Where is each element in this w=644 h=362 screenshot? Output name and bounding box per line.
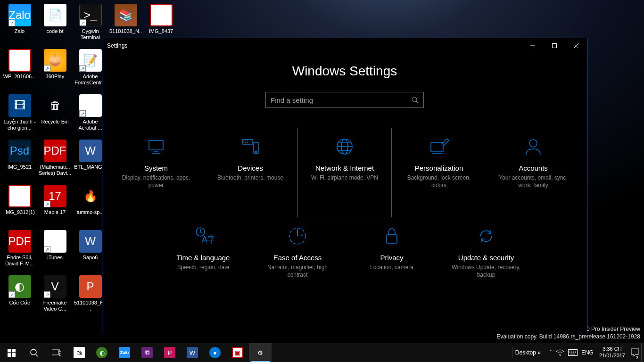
svg-rect-13 (387, 235, 397, 243)
desktop-icon[interactable]: 🧅↗360Play (37, 47, 73, 92)
category-time[interactable]: A字Time & languageSpeech, region, date (156, 217, 250, 307)
tray-clock[interactable]: 3:36 CH 21/01/2017 (595, 346, 629, 359)
shortcut-arrow-icon: ↗ (79, 65, 86, 72)
taskbar-app-word[interactable]: W (181, 343, 204, 362)
desktop-icon[interactable]: Zalo↗Zalo (2, 2, 37, 47)
svg-point-22 (560, 355, 561, 356)
category-title: Privacy (380, 254, 403, 262)
desktop-icon-label: Zalo (15, 28, 25, 34)
desktop-icon-label: Freemake Video C... (38, 300, 72, 312)
svg-rect-0 (553, 44, 557, 48)
app-icon: V↗ (44, 275, 66, 298)
notification-badge: 3 (635, 355, 639, 360)
desktop-icon[interactable]: PDFEndre Süli, David F. M... (2, 228, 37, 273)
app-icon: P (79, 275, 102, 298)
start-button[interactable] (0, 343, 23, 362)
action-center-button[interactable]: 3 (629, 343, 641, 362)
taskbar-app-coccoc[interactable]: ◐ (91, 343, 113, 362)
window-controls (522, 38, 587, 53)
app-icon: 🎞 (8, 94, 31, 117)
tray-language[interactable]: ENG (579, 343, 595, 362)
tray-keyboard-icon[interactable] (566, 343, 579, 362)
desktop-icon[interactable]: 🗑Recycle Bin (37, 92, 73, 138)
privacy-icon (381, 225, 403, 247)
window-title: Settings (102, 42, 127, 49)
desktop-icon-label: Luyện thanh - cho gion... (3, 119, 37, 131)
svg-point-5 (256, 151, 257, 153)
desktop-icon[interactable]: 🎞Luyện thanh - cho gion... (2, 92, 37, 138)
desktop-icon-label: IMG_8437 (149, 28, 173, 34)
svg-rect-17 (12, 353, 16, 357)
svg-rect-14 (8, 349, 11, 353)
chevron-icon: » (537, 349, 541, 356)
taskbar-app-visualstudio[interactable]: ⧉ (136, 343, 158, 362)
category-accounts[interactable]: AccountsYour accounts, email, sync, work… (486, 128, 580, 217)
task-view-button[interactable] (45, 343, 68, 362)
taskbar-app-irfan[interactable]: ▣ (226, 343, 249, 362)
desktop-icon[interactable]: 🖼IMG_9312(1) (2, 183, 37, 228)
app-icon: W (79, 140, 102, 162)
category-title: System (144, 164, 168, 172)
shortcut-arrow-icon: ↗ (44, 246, 50, 253)
category-update[interactable]: Update & securityWindows Update, recover… (439, 217, 533, 307)
desktop-icon-label: Sapo6 (83, 255, 98, 261)
category-title: Personalization (415, 164, 463, 172)
shortcut-arrow-icon: ↗ (44, 201, 50, 207)
desktop-icon[interactable]: 17↗Maple 17 (37, 183, 73, 228)
settings-window: Settings Windows Settings SystemDisplay,… (102, 38, 587, 333)
app-icon: 🔥 (79, 185, 102, 207)
desktop-icon-label: Endre Süli, David F. M... (3, 255, 37, 267)
category-title: Ease of Access (273, 254, 322, 262)
desktop-icon[interactable]: PsdIMG_9521 (2, 138, 37, 183)
titlebar[interactable]: Settings (102, 38, 587, 53)
svg-point-1 (412, 97, 417, 102)
maximize-button[interactable] (544, 38, 565, 53)
category-devices[interactable]: DevicesBluetooth, printers, mouse (203, 128, 297, 217)
tray-overflow-button[interactable]: ˄ (547, 343, 554, 362)
desktop-icon[interactable]: ♪↗iTunes (37, 228, 73, 273)
desktop-icon[interactable]: 🖼WP_201606... (2, 47, 37, 92)
desktop-icon-label: code bt (46, 28, 63, 34)
category-system[interactable]: SystemDisplay, notifications, apps, powe… (109, 128, 203, 217)
tray-date: 21/01/2017 (599, 353, 625, 359)
taskbar-app-picsart[interactable]: P (158, 343, 181, 362)
app-icon: 📚 (115, 4, 137, 26)
ease-icon (287, 225, 308, 247)
update-icon (475, 225, 497, 247)
category-title: Network & Internet (315, 164, 374, 172)
close-button[interactable] (565, 38, 587, 53)
shortcut-arrow-icon: ↗ (8, 20, 15, 26)
taskbar-toolbar-desktop[interactable]: Desktop » (512, 347, 544, 358)
search-box[interactable] (265, 92, 424, 108)
desktop-icon[interactable]: 📄code bt (37, 2, 73, 47)
taskbar-app-settings[interactable]: ⚙ (249, 343, 272, 362)
minimize-button[interactable] (522, 38, 544, 53)
system-icon (145, 136, 167, 157)
desktop-icon-label: 360Play (46, 74, 65, 80)
shortcut-arrow-icon: ↗ (44, 65, 50, 72)
chevron-up-icon: ˄ (549, 349, 552, 356)
search-input[interactable] (271, 96, 411, 104)
search-button[interactable] (23, 343, 45, 362)
category-desc: Location, camera (363, 263, 420, 271)
app-icon: ♪↗ (44, 230, 66, 253)
category-network[interactable]: Network & InternetWi-Fi, airplane mode, … (297, 128, 392, 217)
desktop-icon[interactable]: V↗Freemake Video C... (37, 273, 73, 319)
category-personalization[interactable]: PersonalizationBackground, lock screen, … (392, 128, 486, 217)
category-desc: Bluetooth, printers, mouse (211, 174, 290, 181)
tray-network-icon[interactable] (554, 343, 566, 362)
desktop-icon[interactable]: PDF(Mathemati... Series) Davi... (37, 138, 73, 183)
taskbar-app-store[interactable]: 🛍 (68, 343, 91, 362)
desktop-icon-label: Maple 17 (44, 209, 66, 215)
app-icon: 🖼 (8, 185, 31, 207)
time-icon: A字 (192, 225, 214, 247)
taskbar-app-zalo[interactable]: Zalo (113, 343, 136, 362)
app-icon: 17↗ (44, 185, 66, 207)
show-desktop-button[interactable] (641, 343, 644, 362)
category-privacy[interactable]: PrivacyLocation, camera (345, 217, 439, 307)
page-title: Windows Settings (102, 64, 587, 79)
shortcut-arrow-icon: ↗ (80, 19, 86, 26)
taskbar-app-cortana[interactable]: ● (204, 343, 226, 362)
category-ease[interactable]: Ease of AccessNarrator, magnifier, high … (250, 217, 345, 307)
desktop-icon[interactable]: ◐↗Cốc Cốc (2, 273, 37, 319)
